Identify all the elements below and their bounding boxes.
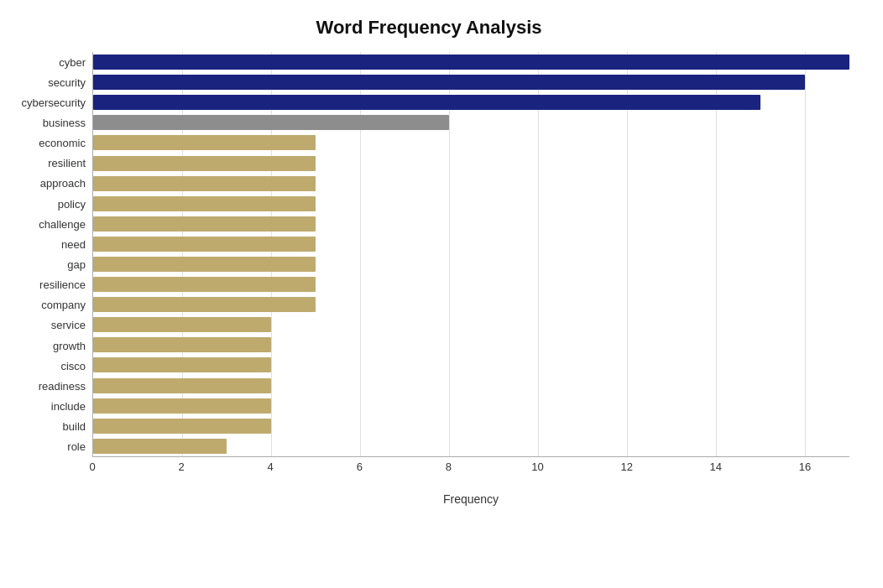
- x-tick-label: 14: [710, 461, 722, 473]
- bar-rows: [93, 52, 849, 456]
- y-label: approach: [40, 178, 86, 189]
- bar-row: [93, 234, 849, 254]
- x-tick-label: 2: [178, 461, 184, 473]
- bar: [93, 176, 316, 191]
- x-tick-label: 16: [799, 461, 811, 473]
- bars-and-grid: [92, 52, 849, 457]
- chart-container: Word Frequency Analysis cybersecuritycyb…: [0, 0, 883, 588]
- bar: [93, 297, 316, 312]
- x-tick-label: 4: [268, 461, 274, 473]
- x-tick-label: 12: [620, 461, 632, 473]
- y-label: need: [61, 239, 86, 250]
- bars-section: cybersecuritycybersecuritybusinesseconom…: [8, 52, 849, 457]
- bar-row: [93, 355, 849, 375]
- bar-row: [93, 52, 849, 72]
- bar: [93, 237, 316, 252]
- y-axis: cybersecuritycybersecuritybusinesseconom…: [8, 52, 92, 457]
- bar: [93, 317, 271, 332]
- y-label: resilience: [39, 279, 86, 290]
- y-label: include: [51, 401, 86, 412]
- y-label: readiness: [39, 381, 86, 392]
- y-label: economic: [39, 138, 86, 148]
- y-label: gap: [67, 259, 86, 270]
- bar: [93, 357, 271, 372]
- bar: [93, 378, 271, 393]
- bar-row: [93, 153, 849, 173]
- y-label: policy: [58, 199, 86, 210]
- y-label: service: [51, 320, 86, 330]
- bar: [93, 135, 316, 150]
- bar: [93, 216, 316, 232]
- bar-row: [93, 396, 849, 416]
- bar: [93, 156, 316, 171]
- bar-row: [93, 376, 849, 396]
- y-label: growth: [53, 341, 86, 351]
- bar: [93, 95, 760, 110]
- bar: [93, 196, 316, 211]
- bar: [93, 115, 449, 130]
- bar-row: [93, 194, 849, 214]
- bar-row: [93, 112, 849, 133]
- bar: [93, 277, 316, 292]
- bar: [93, 337, 271, 352]
- bar-row: [93, 416, 849, 436]
- bar-row: [93, 294, 849, 315]
- x-axis: 0246810121416: [92, 457, 849, 474]
- x-tick-label: 6: [357, 461, 363, 473]
- bar-row: [93, 274, 849, 294]
- y-label: cybersecurity: [21, 97, 86, 108]
- bar-row: [93, 174, 849, 194]
- y-label: cyber: [59, 57, 86, 68]
- x-tick-label: 10: [531, 461, 543, 473]
- x-tick-label: 0: [89, 461, 95, 473]
- bar-row: [93, 72, 849, 92]
- chart-title: Word Frequency Analysis: [8, 17, 849, 39]
- bar: [93, 257, 316, 272]
- y-label: company: [41, 299, 86, 310]
- y-label: security: [48, 77, 86, 88]
- bar-row: [93, 315, 849, 335]
- bar: [93, 419, 271, 434]
- chart-area: cybersecuritycybersecuritybusinesseconom…: [8, 52, 849, 506]
- x-axis-title: Frequency: [92, 492, 849, 506]
- bar: [93, 55, 849, 70]
- bar-row: [93, 335, 849, 355]
- bar: [93, 75, 805, 90]
- bar-row: [93, 92, 849, 112]
- bar: [93, 439, 227, 454]
- bar-row: [93, 214, 849, 234]
- x-tick-label: 8: [446, 461, 452, 473]
- bar-row: [93, 254, 849, 274]
- y-label: resilient: [48, 158, 86, 169]
- y-label: cisco: [60, 361, 86, 372]
- bar: [93, 398, 271, 414]
- bar-row: [93, 436, 849, 456]
- y-label: challenge: [39, 219, 86, 230]
- y-label: business: [43, 117, 86, 128]
- bar-row: [93, 133, 849, 153]
- y-label: role: [67, 441, 86, 452]
- y-label: build: [63, 421, 86, 432]
